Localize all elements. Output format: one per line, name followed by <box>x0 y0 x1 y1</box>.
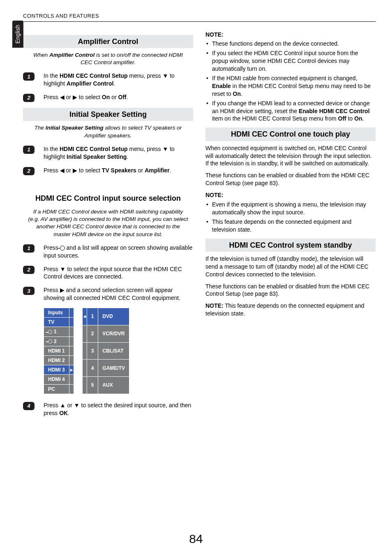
devices-table: ◂1DVD 2VCR/DVR 3CBL/SAT 4GAME/TV 5AUX <box>82 308 129 394</box>
down-arrow-icon: ▼ <box>162 145 168 153</box>
t: menu, press <box>128 72 163 79</box>
table-row: DVD <box>98 308 129 325</box>
section-title-source: HDMI CEC Control input source selection <box>23 192 193 205</box>
t: Press <box>44 402 60 408</box>
step-badge-icon: 4 <box>23 402 35 410</box>
t: On <box>233 91 241 97</box>
t: or <box>110 94 118 100</box>
table-header: Inputs <box>44 308 69 318</box>
t: In the <box>44 146 60 152</box>
t: HDMI CEC Control Setup <box>60 72 128 79</box>
t: Enable <box>212 83 231 89</box>
t: . <box>127 94 128 100</box>
standby-p2: These functions can be enabled or disabl… <box>205 283 376 298</box>
t: The <box>35 125 46 131</box>
note-list-1: These functions depend on the device con… <box>205 40 376 123</box>
t: . <box>68 410 69 416</box>
t: to <box>346 115 354 122</box>
amp-intro: When Amplifier Control is set to on/off … <box>27 51 189 66</box>
input-icon <box>48 339 52 343</box>
note-label: NOTE: <box>205 31 376 39</box>
src-step-1: 1 Press and a list will appear on screen… <box>23 244 193 260</box>
table-row: CBL/SAT <box>98 342 129 360</box>
src-step-4: 4 Press ▲ or ▼ to select the desired inp… <box>23 402 193 417</box>
caret-right-icon: ▸ <box>69 365 74 375</box>
step-badge-icon: 3 <box>23 287 35 295</box>
list-item: If the HDMI cable from connected equipme… <box>205 74 376 98</box>
t: Initial Speaker Setting <box>67 153 127 160</box>
t: or <box>65 167 73 174</box>
t: to select <box>77 167 102 174</box>
t: NOTE: <box>205 302 224 309</box>
touch-p2: These functions can be enabled or disabl… <box>205 172 376 187</box>
n: 4 <box>87 360 98 377</box>
n: 2 <box>87 325 98 342</box>
step-badge-icon: 1 <box>23 146 35 154</box>
section-title-touch: HDMI CEC Control one touch play <box>205 128 376 141</box>
list-item: If you select the HDMI CEC Control input… <box>205 49 376 73</box>
speaker-intro: The Initial Speaker Setting allows to se… <box>27 124 189 139</box>
list-item: If you change the HDMI lead to a connect… <box>205 100 376 123</box>
t: HDMI CEC Control Setup <box>60 146 128 152</box>
t: . <box>170 167 171 174</box>
t: Press <box>44 244 60 251</box>
speaker-step-2: 2 Press ◀ or ▶ to select TV Speakers or … <box>23 167 193 175</box>
down-arrow-icon: ▼ <box>74 402 80 409</box>
t: . <box>113 80 115 87</box>
t: 1 <box>54 329 57 334</box>
t: . <box>241 91 242 97</box>
amp-step-1: 1 In the HDMI CEC Control Setup menu, pr… <box>23 72 193 88</box>
step-text: Press ◀ or ▶ to select TV Speakers or Am… <box>44 167 193 174</box>
speaker-step-1: 1 In the HDMI CEC Control Setup menu, pr… <box>23 145 193 161</box>
section-title-speaker: Initial Speaker Setting <box>23 108 193 121</box>
section-title-standby: HDMI CEC Control system standby <box>205 239 376 252</box>
n: 5 <box>87 377 98 394</box>
list-item: These functions depend on the device con… <box>205 40 376 48</box>
table-row: HDMI 2 <box>44 356 69 365</box>
t: or <box>136 167 145 174</box>
t: This feature depends on the connected eq… <box>205 302 364 317</box>
t: Initial Speaker Setting <box>46 125 104 131</box>
standby-p1: If the television is turned off (standby… <box>205 255 376 278</box>
t: or <box>65 94 73 100</box>
language-tab: English <box>12 21 23 48</box>
left-arrow-icon: ◀ <box>60 93 65 101</box>
left-arrow-icon: ◀ <box>60 167 65 174</box>
step-text: Press ▼ to select the input source that … <box>44 265 193 281</box>
standby-p3: NOTE: This feature depends on the connec… <box>205 302 376 318</box>
t: . <box>127 153 128 160</box>
table-row: 1 <box>44 327 69 337</box>
t: . <box>362 115 364 122</box>
note-label: NOTE: <box>205 191 376 199</box>
src-step-3: 3 Press ▶ and a second selection screen … <box>23 286 193 302</box>
t: Off <box>118 94 127 100</box>
table-row: TV <box>44 318 69 327</box>
table-row: HDMI 1 <box>44 346 69 355</box>
t: 2 <box>54 339 57 344</box>
down-arrow-icon: ▼ <box>60 265 66 273</box>
t: or <box>66 402 74 408</box>
src-intro: If a HDMI CEC Control device with HDMI s… <box>27 208 189 238</box>
t: and a second selection screen will appea… <box>44 287 180 301</box>
source-icon <box>60 246 65 251</box>
t: Press <box>44 266 60 272</box>
table-row: VCR/DVR <box>98 325 129 342</box>
right-arrow-icon: ▶ <box>73 167 77 174</box>
step-text: Press and a list will appear on screen s… <box>44 244 193 260</box>
inputs-table: Inputs TV 1 2 HDMI 1 HDMI 2 HDMI 3▸ HDMI… <box>44 308 74 394</box>
list-item: Even if the equipment is showing a menu,… <box>205 201 376 216</box>
touch-note-list: Even if the equipment is showing a menu,… <box>205 201 376 234</box>
right-arrow-icon: ▶ <box>73 93 77 101</box>
src-step-2: 2 Press ▼ to select the input source tha… <box>23 265 193 281</box>
left-column: Amplifier Control When Amplifier Control… <box>23 31 193 423</box>
t: In the <box>44 72 60 79</box>
n: 3 <box>87 342 98 360</box>
right-arrow-icon: ▶ <box>60 286 65 294</box>
table-row: AUX <box>98 377 129 394</box>
t: OK <box>59 410 68 416</box>
t: TV Speakers <box>102 167 136 174</box>
t: to select <box>77 94 102 100</box>
t: item on the HDMI CEC Control Setup menu … <box>212 115 338 122</box>
t: and a list will appear on screen showing… <box>44 244 192 259</box>
step-text: Press ▶ and a second selection screen wi… <box>44 286 193 302</box>
